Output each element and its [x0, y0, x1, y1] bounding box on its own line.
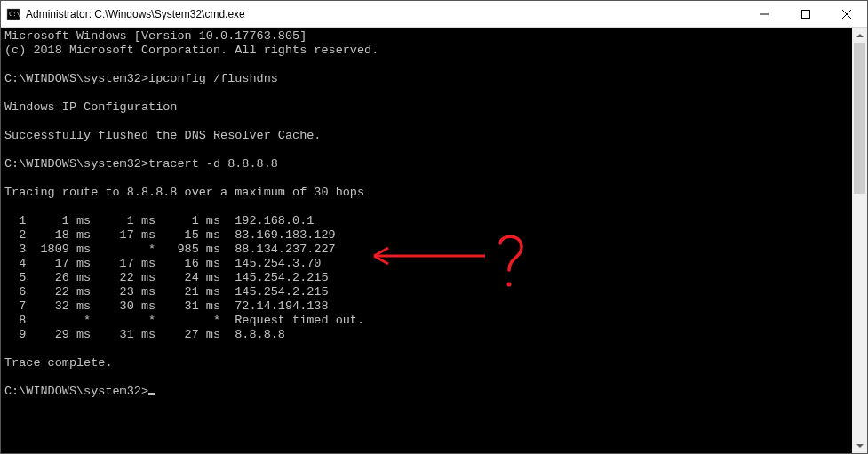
scrollbar-down-button[interactable]: [852, 438, 867, 453]
window-title: Administrator: C:\Windows\System32\cmd.e…: [26, 8, 745, 20]
tracert-complete: Trace complete.: [4, 356, 113, 370]
command-2: tracert -d 8.8.8.8: [148, 157, 278, 171]
prompt-3: C:\WINDOWS\system32>: [4, 385, 148, 398]
tracert-header: Tracing route to 8.8.8.8 over a maximum …: [4, 186, 364, 199]
prompt-1: C:\WINDOWS\system32>: [4, 72, 148, 85]
svg-rect-3: [802, 10, 810, 18]
minimize-button[interactable]: [745, 1, 785, 27]
prompt-2: C:\WINDOWS\system32>: [4, 157, 148, 171]
banner-line-2: (c) 2018 Microsoft Corporation. All righ…: [4, 44, 378, 57]
command-1: ipconfig /flushdns: [148, 72, 278, 85]
tracert-rows: 1 1 ms 1 ms 1 ms 192.168.0.1 2 18 ms 17 …: [4, 214, 364, 341]
terminal-area: Microsoft Windows [Version 10.0.17763.80…: [1, 28, 867, 453]
ipconfig-result: Successfully flushed the DNS Resolver Ca…: [4, 129, 321, 142]
scrollbar-thumb[interactable]: [854, 43, 865, 194]
maximize-button[interactable]: [785, 1, 826, 27]
svg-marker-7: [856, 444, 864, 448]
scrollbar-up-button[interactable]: [852, 28, 867, 43]
scrollbar-track[interactable]: [852, 43, 867, 438]
svg-text:C:\: C:\: [9, 11, 20, 18]
titlebar[interactable]: C:\ Administrator: C:\Windows\System32\c…: [1, 1, 867, 28]
cursor: [148, 393, 155, 395]
terminal[interactable]: Microsoft Windows [Version 10.0.17763.80…: [1, 28, 852, 453]
window-controls: [745, 1, 867, 27]
ipconfig-header: Windows IP Configuration: [4, 100, 177, 114]
cmd-icon: C:\: [6, 7, 20, 21]
svg-marker-6: [856, 34, 864, 37]
banner-line-1: Microsoft Windows [Version 10.0.17763.80…: [4, 29, 307, 43]
close-button[interactable]: [826, 1, 867, 27]
cmd-window: C:\ Administrator: C:\Windows\System32\c…: [0, 0, 868, 454]
vertical-scrollbar[interactable]: [852, 28, 867, 453]
